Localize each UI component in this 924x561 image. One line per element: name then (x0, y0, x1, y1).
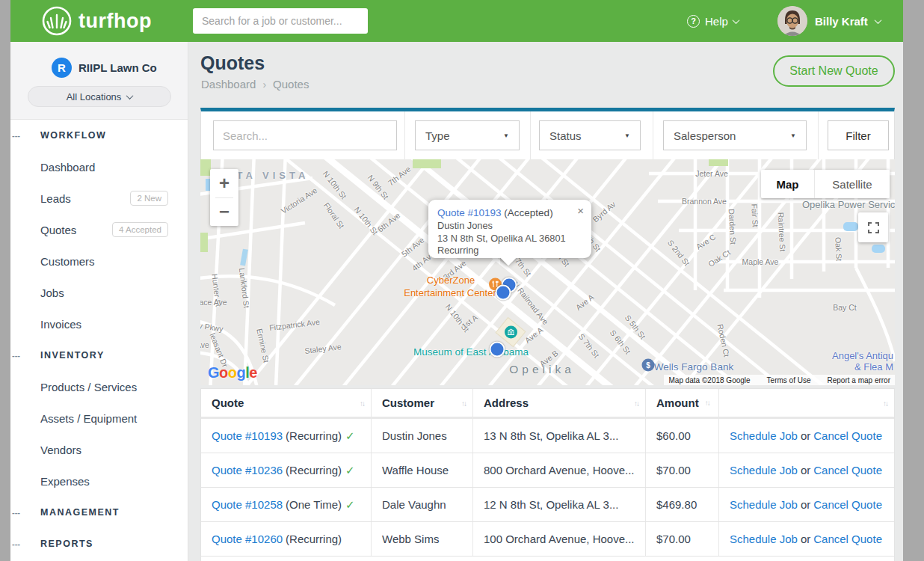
sidebar-item[interactable]: --- Expenses (10, 465, 188, 497)
start-new-quote-button[interactable]: Start New Quote (773, 55, 895, 87)
sort-icon[interactable]: ↑↓ (360, 399, 366, 407)
divider (404, 111, 405, 159)
sidebar-item[interactable]: --- Invoices (10, 308, 188, 340)
status-select[interactable]: Status▼ (539, 120, 641, 150)
poi-angel-line2: & Flea M (832, 361, 893, 373)
table-row: Quote #10193(Recurring)✓ Dustin Jones 13… (201, 419, 894, 453)
cell-address: 13 N 8th St, Opelika AL 3... (473, 419, 646, 453)
cancel-quote-link[interactable]: Cancel Quote (813, 429, 882, 442)
column-header-amount[interactable]: Amount↑↓ (646, 389, 719, 417)
fullscreen-button[interactable] (858, 212, 888, 242)
filter-button[interactable]: Filter (828, 120, 889, 150)
google-logo[interactable]: Google (208, 364, 257, 381)
status-select-value: Status (549, 129, 582, 142)
cancel-quote-link[interactable]: Cancel Quote (813, 533, 882, 545)
schedule-job-link[interactable]: Schedule Job (730, 429, 798, 442)
sidebar-item[interactable]: --- INVENTORY (10, 340, 188, 371)
sort-icon[interactable]: ↑↓ (883, 399, 889, 407)
avatar[interactable] (777, 6, 807, 36)
column-header-quote[interactable]: Quote↑↓ (201, 389, 372, 417)
sidebar-item-label: Assets / Equipment (40, 412, 137, 425)
sidebar-item[interactable]: --- Jobs (10, 277, 188, 308)
quote-marker[interactable] (490, 342, 505, 358)
sidebar-badge: 2 New (130, 191, 168, 206)
global-search-input[interactable] (193, 8, 368, 34)
schedule-job-link[interactable]: Schedule Job (730, 498, 798, 511)
sidebar-item[interactable]: --- Products / Services (10, 371, 188, 402)
accepted-check-icon: ✓ (345, 464, 355, 477)
page-title: Quotes (200, 52, 265, 74)
column-header-customer[interactable]: Customer↑↓ (372, 389, 473, 417)
table-row: Quote #10236(Recurring)✓ Waffle House 80… (201, 453, 894, 488)
sidebar-item[interactable]: --- WORKFLOW (10, 120, 188, 151)
street-label: Ave (200, 340, 209, 349)
divider (653, 111, 653, 159)
cell-quote: Quote #10193(Recurring)✓ (201, 419, 372, 453)
street-label: Darden St (727, 209, 738, 245)
chevron-down-icon (126, 92, 134, 99)
quote-marker[interactable] (496, 285, 511, 301)
map-attribution: Map data ©2018 Google Terms of Use Repor… (664, 375, 895, 385)
sidebar-item[interactable]: --- REPORTS (10, 528, 188, 560)
cell-address: 800 Orchard Avenue, Hoove... (473, 453, 646, 487)
filter-bar: Type▼ Status▼ Salesperson▼ Filter (200, 108, 895, 159)
brand-logo[interactable]: turfhop (41, 5, 152, 37)
map-type-map-button[interactable]: Map (761, 170, 815, 198)
topbar: turfhop ? Help Billy Kraft (10, 0, 903, 42)
sort-icon[interactable]: ↑↓ (634, 399, 640, 407)
breadcrumb-separator: › (262, 79, 266, 91)
svg-text:$: $ (646, 361, 650, 370)
info-window-title: Quote #10193 (Accepted) (437, 207, 582, 218)
cell-customer: Dale Vaughn (372, 488, 473, 521)
schedule-job-link[interactable]: Schedule Job (730, 533, 798, 545)
chevron-down-icon (874, 16, 881, 24)
zoom-in-button[interactable]: + (210, 169, 238, 197)
sidebar-item[interactable]: --- Dashboard (10, 151, 188, 183)
salesperson-select-value: Salesperson (674, 129, 736, 142)
sidebar-item[interactable]: --- Leads 2 New (10, 183, 188, 214)
salesperson-select[interactable]: Salesperson▼ (663, 120, 807, 150)
quote-link[interactable]: Quote #10260 (212, 533, 283, 545)
location-selector[interactable]: All Locations (28, 86, 171, 107)
cell-amount: $70.00 (646, 522, 719, 556)
help-icon: ? (687, 15, 700, 28)
sidebar-item-label: REPORTS (40, 539, 93, 549)
user-menu[interactable]: Billy Kraft (815, 0, 881, 42)
sidebar-item[interactable]: --- Quotes 4 Accepted (10, 214, 188, 245)
cancel-quote-link[interactable]: Cancel Quote (813, 464, 882, 476)
turfhop-grass-icon (41, 5, 73, 37)
info-quote-link[interactable]: Quote #10193 (437, 207, 502, 218)
report-map-error-link[interactable]: Report a map error (828, 376, 890, 384)
close-icon[interactable]: × (577, 206, 584, 215)
quote-link[interactable]: Quote #10258 (212, 498, 283, 511)
info-customer: Dustin Jones (437, 220, 582, 233)
quote-link[interactable]: Quote #10236 (212, 464, 283, 476)
quotes-search-input[interactable] (213, 120, 397, 150)
map[interactable]: TA VISTA Opelika Victoria Ave Floral St … (200, 159, 895, 385)
divider (818, 111, 819, 159)
cancel-quote-link[interactable]: Cancel Quote (813, 498, 882, 511)
type-select[interactable]: Type▼ (415, 120, 520, 150)
breadcrumb-dashboard[interactable]: Dashboard (201, 78, 256, 91)
zoom-out-button[interactable]: − (210, 197, 238, 226)
sidebar-item[interactable]: --- Assets / Equipment (10, 402, 188, 434)
cell-amount: $70.00 (646, 453, 719, 487)
map-type-satellite-button[interactable]: Satellite (815, 170, 890, 198)
help-menu[interactable]: ? Help (687, 0, 739, 42)
help-label: Help (705, 15, 728, 28)
column-header-actions[interactable]: ↑↓ (719, 389, 894, 417)
sidebar-item[interactable]: --- Customers (10, 245, 188, 277)
or-text: or (801, 498, 810, 511)
column-header-address[interactable]: Address↑↓ (473, 389, 646, 417)
sidebar-item[interactable]: --- Vendors (10, 434, 188, 465)
schedule-job-link[interactable]: Schedule Job (730, 464, 798, 476)
cell-quote: Quote #10258(One Time)✓ (201, 488, 372, 521)
sidebar-item[interactable]: --- MANAGEMENT (10, 497, 188, 528)
quote-type: (One Time) (286, 498, 342, 511)
quote-link[interactable]: Quote #10193 (212, 429, 283, 442)
terms-of-use-link[interactable]: Terms of Use (767, 376, 811, 384)
sort-icon[interactable]: ↑↓ (461, 399, 467, 407)
location-label: All Locations (67, 91, 122, 102)
sort-icon[interactable]: ↑↓ (705, 399, 711, 407)
sidebar-item-label: INVENTORY (40, 350, 105, 361)
